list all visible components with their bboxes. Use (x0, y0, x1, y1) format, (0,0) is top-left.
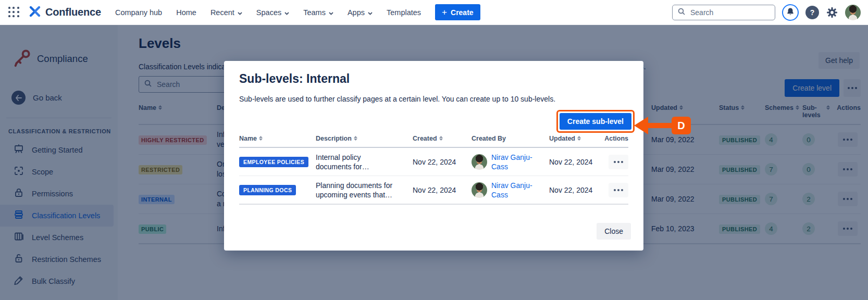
sort-icon (259, 135, 263, 141)
screen: Confluence Company hub Home Recent Space… (0, 0, 868, 300)
user-avatar (472, 182, 487, 198)
global-search[interactable] (672, 5, 775, 20)
nav-item-recent[interactable]: Recent (210, 8, 242, 17)
chevron-down-icon (329, 8, 333, 17)
create-button[interactable]: + Create (435, 4, 480, 20)
user-avatar (472, 154, 487, 170)
nav-item-templates[interactable]: Templates (387, 8, 421, 17)
column-header-updated[interactable]: Updated (549, 135, 604, 142)
help-button[interactable]: ? (805, 6, 819, 19)
user-avatar[interactable] (845, 5, 861, 20)
modal-description: Sub-levels are used to further classify … (239, 95, 628, 103)
sort-icon (439, 135, 443, 141)
column-header-name[interactable]: Name (239, 135, 316, 142)
nav-item-apps[interactable]: Apps (348, 8, 373, 17)
nav-item-home[interactable]: Home (176, 8, 196, 17)
sublevel-description: documents for… (316, 162, 413, 171)
plus-icon: + (442, 8, 447, 17)
created-date: Nov 22, 2024 (413, 158, 472, 166)
nav-links: Company hub Home Recent Spaces Teams App… (115, 8, 421, 17)
topnav-right: ? (672, 4, 861, 21)
confluence-logo-icon (28, 5, 42, 20)
sublevel-row: PLANNING DOCS Planning documents forupco… (239, 176, 628, 205)
modal-title: Sub-levels: Internal (239, 72, 628, 86)
sublevel-badge: EMPLOYEE POLICIES (239, 157, 308, 167)
column-header-actions: Actions (604, 135, 628, 142)
user-link[interactable]: Nirav Ganju-Cass (491, 153, 539, 171)
bell-icon (786, 7, 795, 18)
chevron-down-icon (284, 8, 289, 17)
modal-toolbar: Create sub-level (239, 110, 635, 133)
sublevels-table-header: Name Description Created Created By Upda… (239, 135, 628, 148)
settings-gear-icon[interactable] (826, 6, 838, 19)
search-icon (678, 8, 685, 17)
product-name: Confluence (45, 6, 101, 18)
close-button[interactable]: Close (597, 223, 631, 240)
nav-item-company-hub[interactable]: Company hub (115, 8, 162, 17)
sort-icon (577, 135, 581, 141)
annotation-highlight-box: Create sub-level (556, 110, 635, 133)
top-navigation: Confluence Company hub Home Recent Space… (0, 0, 868, 25)
updated-date: Nov 22, 2024 (549, 186, 604, 194)
app-switcher-icon[interactable] (7, 6, 21, 19)
row-actions-button[interactable] (609, 183, 628, 197)
row-actions-button[interactable] (609, 155, 628, 169)
sublevels-modal: Sub-levels: Internal Sub-levels are used… (224, 61, 643, 251)
column-header-description[interactable]: Description (316, 135, 413, 142)
nav-item-teams[interactable]: Teams (303, 8, 333, 17)
sublevel-description: upcoming events that… (316, 190, 413, 199)
notifications-button[interactable] (782, 4, 799, 21)
sublevel-badge: PLANNING DOCS (239, 185, 296, 195)
user-link[interactable]: Nirav Ganju-Cass (491, 181, 539, 199)
question-icon: ? (810, 8, 815, 17)
updated-date: Nov 22, 2024 (549, 158, 604, 166)
chevron-down-icon (368, 8, 373, 17)
sublevel-description: Internal policy (316, 153, 413, 162)
sublevel-row: EMPLOYEE POLICIES Internal policydocumen… (239, 148, 628, 176)
nav-item-spaces[interactable]: Spaces (256, 8, 289, 17)
column-header-created-by: Created By (472, 135, 549, 142)
column-header-created[interactable]: Created (413, 135, 472, 142)
annotation-step-badge: D (672, 117, 691, 134)
sublevels-table: Name Description Created Created By Upda… (239, 135, 628, 205)
sublevel-description: Planning documents for (316, 181, 413, 190)
search-input[interactable] (689, 8, 770, 17)
create-sublevel-button[interactable]: Create sub-level (560, 113, 631, 130)
created-date: Nov 22, 2024 (413, 186, 472, 194)
chevron-down-icon (238, 8, 242, 17)
sort-icon (354, 135, 357, 141)
annotation-arrow-shaft (646, 123, 673, 128)
confluence-logo[interactable]: Confluence (28, 5, 101, 20)
